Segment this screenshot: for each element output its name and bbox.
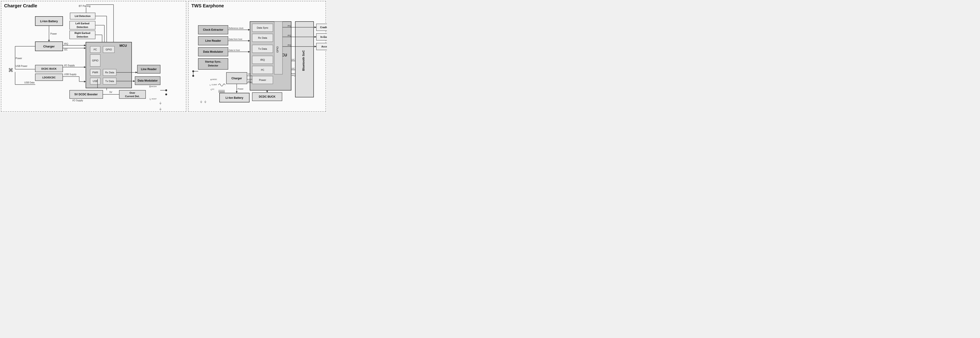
svg-text:I2C: I2C xyxy=(292,59,295,61)
svg-text:C: C xyxy=(211,88,212,91)
svg-text:R: R xyxy=(210,78,212,81)
svg-marker-78 xyxy=(133,80,135,82)
svg-marker-174 xyxy=(266,91,268,92)
svg-text:Line Reader: Line Reader xyxy=(205,39,221,42)
svg-text:GPIO: GPIO xyxy=(105,48,112,51)
svg-text:Power: Power xyxy=(50,32,57,35)
svg-text:USB Data: USB Data xyxy=(24,81,35,84)
svg-text:MODC: MODC xyxy=(212,78,217,80)
svg-marker-113 xyxy=(248,40,250,42)
right-diagram-svg: Clock Extractor Line Reader Data Modulat… xyxy=(189,2,327,111)
svg-text:IRQ: IRQ xyxy=(248,80,251,83)
svg-marker-158 xyxy=(315,46,317,48)
svg-text:USB: USB xyxy=(93,80,98,83)
svg-marker-46 xyxy=(84,66,86,68)
svg-text:⏚: ⏚ xyxy=(204,99,207,104)
svg-text:Charger: Charger xyxy=(231,77,242,80)
svg-text:Detection: Detection xyxy=(77,26,88,29)
svg-marker-24 xyxy=(48,40,50,42)
svg-text:I²C: I²C xyxy=(261,69,264,71)
svg-text:Data to host: Data to host xyxy=(229,49,240,51)
svg-text:Data from host: Data from host xyxy=(229,38,242,40)
svg-text:IRQ: IRQ xyxy=(288,25,291,27)
main-container: Charger Cradle BT Pairing Lid Detection … xyxy=(0,0,327,113)
svg-text:Detection: Detection xyxy=(77,35,88,38)
svg-text:Current Det.: Current Det. xyxy=(125,95,140,97)
svg-text:Right Earbud: Right Earbud xyxy=(75,32,90,34)
svg-text:IRQ: IRQ xyxy=(260,59,265,61)
svg-text:PWR: PWR xyxy=(92,71,98,74)
svg-text:5V: 5V xyxy=(110,91,112,94)
svg-text:Clock Extractor: Clock Extractor xyxy=(203,28,223,31)
svg-marker-33 xyxy=(84,47,86,49)
svg-text:FC: FC xyxy=(212,88,214,90)
svg-text:USB Power: USB Power xyxy=(16,65,27,67)
svg-text:⏚: ⏚ xyxy=(159,107,162,111)
svg-text:IRQ: IRQ xyxy=(292,74,295,77)
svg-text:Power: Power xyxy=(16,57,22,60)
svg-text:Cradle Detection: Cradle Detection xyxy=(320,26,327,29)
svg-marker-76 xyxy=(135,72,137,73)
left-diagram-svg: BT Pairing Lid Detection Left Earbud Det… xyxy=(2,2,186,111)
svg-text:I2C: I2C xyxy=(248,73,251,75)
svg-text:⌘: ⌘ xyxy=(8,67,13,73)
svg-text:Charger: Charger xyxy=(43,45,55,48)
charger-cradle-panel: Charger Cradle BT Pairing Lid Detection … xyxy=(1,1,186,112)
svg-text:L: L xyxy=(210,84,211,86)
svg-marker-150 xyxy=(315,26,317,28)
svg-marker-110 xyxy=(248,29,250,31)
svg-text:USB Supply: USB Supply xyxy=(64,73,76,76)
svg-text:LDO/DCDC: LDO/DCDC xyxy=(42,76,56,79)
svg-text:Li-Ion Battery: Li-Ion Battery xyxy=(40,20,58,23)
svg-text:MODH: MODH xyxy=(151,86,157,88)
svg-text:Li-Ion Battery: Li-Ion Battery xyxy=(226,96,243,99)
svg-text:Rx Data: Rx Data xyxy=(105,71,115,74)
tws-earphone-panel: TWS Earphone Clock Extractor Line Reader… xyxy=(188,1,326,112)
svg-marker-154 xyxy=(315,36,317,38)
svg-text:IRQ: IRQ xyxy=(288,44,291,46)
svg-text:Over: Over xyxy=(129,91,135,94)
svg-text:Power: Power xyxy=(259,78,266,81)
svg-text:Tx Data: Tx Data xyxy=(258,48,267,50)
svg-point-97 xyxy=(165,89,167,91)
svg-text:I2C: I2C xyxy=(64,48,68,51)
svg-marker-30 xyxy=(84,45,86,46)
svg-marker-51 xyxy=(84,81,86,83)
svg-text:L: L xyxy=(150,98,151,100)
svg-text:IRQ: IRQ xyxy=(64,43,68,45)
svg-text:Reference clock: Reference clock xyxy=(229,27,243,29)
svg-text:MCU: MCU xyxy=(119,44,127,48)
svg-marker-171 xyxy=(236,91,238,93)
svg-text:5V DCDC Booster: 5V DCDC Booster xyxy=(75,93,98,96)
svg-text:Startup Sync.: Startup Sync. xyxy=(205,60,221,63)
svg-text:Lid Detection: Lid Detection xyxy=(75,15,91,18)
svg-text:Accelerometer: Accelerometer xyxy=(321,45,327,48)
svg-text:Data Modulator: Data Modulator xyxy=(203,50,223,53)
svg-text:Power: Power xyxy=(238,88,243,90)
svg-text:GPIO: GPIO xyxy=(276,46,279,53)
svg-text:R: R xyxy=(149,86,151,88)
svg-text:I²C: I²C xyxy=(94,48,97,51)
svg-text:CLIENT: CLIENT xyxy=(212,84,218,86)
svg-text:Line Reader: Line Reader xyxy=(141,68,157,71)
svg-text:DCDC BUCK: DCDC BUCK xyxy=(259,95,275,98)
svg-text:DCDC BUCK: DCDC BUCK xyxy=(41,67,57,70)
svg-text:⏚: ⏚ xyxy=(200,99,202,104)
svg-text:Data Sync: Data Sync xyxy=(257,26,269,29)
bt-pairing-label: BT Pairing xyxy=(79,5,91,7)
svg-text:Data Modulator: Data Modulator xyxy=(138,79,158,82)
svg-point-98 xyxy=(165,94,167,95)
svg-text:IRQ: IRQ xyxy=(288,34,291,37)
svg-text:Rx Data: Rx Data xyxy=(258,37,267,39)
svg-text:GPIO: GPIO xyxy=(92,59,99,62)
svg-text:I2C: I2C xyxy=(292,67,295,70)
svg-text:In-Ear Detection: In-Ear Detection xyxy=(320,35,327,38)
svg-text:Bluetooth SoC: Bluetooth SoC xyxy=(302,50,305,71)
svg-text:I/O Supply: I/O Supply xyxy=(64,64,75,67)
svg-text:Left Earbud: Left Earbud xyxy=(75,22,89,25)
svg-text:I/O Supply: I/O Supply xyxy=(72,99,83,102)
svg-marker-116 xyxy=(248,51,250,53)
svg-text:HOST: HOST xyxy=(151,98,157,100)
svg-text:⏚: ⏚ xyxy=(159,101,162,105)
svg-text:Tx Data: Tx Data xyxy=(105,80,114,83)
